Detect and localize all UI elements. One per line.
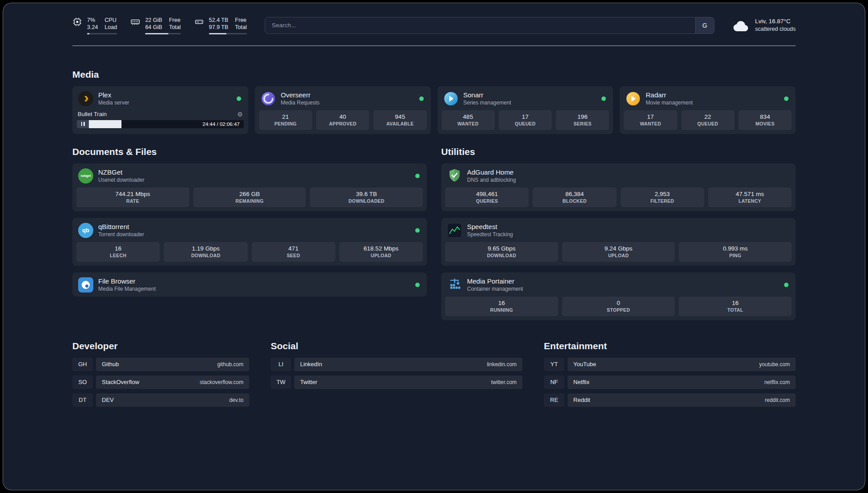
filebrowser-card: File Browser Media File Management	[72, 272, 427, 297]
bookmark-link-stackoverflow[interactable]: StackOverflow stackoverflow.com	[96, 376, 249, 389]
search-provider-button[interactable]: G	[695, 17, 714, 33]
stat-value: 17	[625, 113, 676, 120]
disk-total-label: Total	[235, 24, 246, 31]
bookmark-abbr: GH	[72, 358, 93, 371]
portainer-header[interactable]: Media Portainer Container management	[441, 272, 796, 297]
stat-value: 21	[260, 113, 311, 120]
stat-value: 9.65 Gbps	[446, 245, 557, 252]
bookmark-abbr: DT	[72, 393, 93, 407]
stat-tile: 834MOVIES	[739, 110, 792, 130]
bookmark-abbr: YT	[544, 358, 564, 371]
bookmark-domain: youtube.com	[759, 361, 790, 368]
stat-tile: 16LEECH	[76, 242, 160, 262]
qbittorrent-header[interactable]: qb qBittorrent Torrent downloader	[72, 218, 427, 242]
stat-label: FILTERED	[622, 198, 703, 204]
bookmark-domain: twitter.com	[491, 379, 517, 385]
bookmark-link-twitter[interactable]: Twitter twitter.com	[294, 376, 522, 389]
stat-value: 0.993 ms	[680, 245, 791, 252]
overseerr-icon	[261, 91, 276, 106]
status-dot	[415, 174, 420, 178]
stat-value: 47.571 ms	[709, 191, 791, 197]
stat-label: UPLOAD	[340, 253, 422, 258]
stat-tile: 618.52 MbpsUPLOAD	[339, 242, 423, 262]
filebrowser-header[interactable]: File Browser Media File Management	[72, 272, 427, 297]
service-name: NZBGet	[98, 168, 410, 176]
radarr-icon	[626, 91, 641, 106]
stat-value: 196	[557, 113, 608, 120]
bookmark-row: LI LinkedIn linkedin.com	[271, 358, 522, 371]
bookmark-domain: dev.to	[229, 397, 243, 403]
bookmark-link-linkedin[interactable]: LinkedIn linkedin.com	[294, 358, 522, 371]
overseerr-header[interactable]: Overseerr Media Requests	[255, 86, 431, 110]
disk-free-label: Free	[235, 17, 246, 24]
status-dot	[784, 96, 789, 101]
stat-tile: 9.24 GbpsUPLOAD	[562, 242, 675, 262]
sonarr-header[interactable]: Sonarr Series management	[438, 86, 613, 110]
bookmark-domain: stackoverflow.com	[200, 379, 243, 385]
adguard-card: AdGuard Home DNS and adblocking 498,461Q…	[441, 163, 796, 211]
stat-value: 834	[739, 113, 791, 120]
bookmark-abbr: LI	[271, 358, 291, 371]
stat-label: WANTED	[442, 121, 494, 126]
disk-total-value: 97.9 TB	[209, 24, 229, 31]
gear-icon[interactable]: ⚙	[237, 111, 243, 118]
disk-icon	[194, 17, 204, 27]
cpu-stats: 7% CPU 3.24 Load	[87, 17, 117, 34]
entertainment-heading: Entertainment	[544, 341, 796, 351]
bookmark-name: Netflix	[573, 379, 589, 385]
bookmark-name: LinkedIn	[300, 361, 322, 368]
playback-progress-fill	[89, 120, 121, 128]
playback-progress-bar[interactable]: 24:44 / 02:06:47	[77, 120, 244, 128]
stat-value: 86,384	[534, 191, 615, 197]
stat-tile: 266 GBREMAINING	[193, 188, 306, 207]
section-entertainment: Entertainment YT YouTube youtube.com NF …	[544, 341, 796, 411]
stat-label: QUEUED	[682, 121, 734, 126]
bookmark-link-youtube[interactable]: YouTube youtube.com	[568, 358, 796, 371]
disk-progress-bar	[209, 33, 247, 34]
cpu-progress-bar	[87, 33, 117, 34]
stat-label: DOWNLOAD	[446, 253, 557, 258]
speedtest-header[interactable]: Speedtest Speedtest Tracking	[441, 218, 796, 242]
radarr-header[interactable]: Radarr Movie management	[620, 86, 796, 110]
bookmark-link-github[interactable]: Github github.com	[96, 358, 249, 371]
memory-free-value: 22 GiB	[145, 17, 162, 24]
plex-icon	[78, 91, 93, 106]
status-dot	[784, 283, 789, 287]
stat-label: DOWNLOAD	[165, 253, 246, 258]
pause-button[interactable]	[77, 120, 89, 128]
memory-free-label: Free	[169, 17, 180, 24]
search-input[interactable]	[265, 17, 714, 34]
stat-label: UPLOAD	[563, 253, 674, 258]
stat-label: LATENCY	[709, 198, 791, 204]
bookmark-name: Github	[102, 361, 119, 368]
adguard-header[interactable]: AdGuard Home DNS and adblocking	[441, 163, 796, 188]
weather-widget: Lviv, 16.87°C scattered clouds	[732, 17, 796, 33]
bookmark-link-netflix[interactable]: Netflix netflix.com	[568, 376, 796, 389]
bookmark-row: SO StackOverflow stackoverflow.com	[72, 376, 249, 389]
qbittorrent-icon-label: qb	[82, 227, 89, 234]
section-social: Social LI LinkedIn linkedin.com TW Twitt…	[271, 341, 522, 411]
stat-label: MOVIES	[739, 121, 791, 126]
service-name: Media Portainer	[467, 277, 779, 285]
playback-time: 24:44 / 02:06:47	[203, 121, 240, 127]
portainer-card: Media Portainer Container management 16R…	[441, 272, 796, 320]
nzbget-header[interactable]: nzbget NZBGet Usenet downloader	[72, 163, 427, 188]
bookmark-link-dev[interactable]: DEV dev.to	[96, 393, 249, 407]
stat-value: 16	[446, 300, 557, 306]
stat-value: 618.52 Mbps	[340, 245, 422, 252]
bookmark-link-reddit[interactable]: Reddit reddit.com	[568, 393, 796, 407]
stat-label: PENDING	[260, 121, 311, 126]
stat-tile: 2,953FILTERED	[621, 188, 704, 207]
stat-tile: 9.65 GbpsDOWNLOAD	[445, 242, 558, 262]
disk-free-value: 52.4 TB	[209, 17, 229, 24]
bookmark-row: GH Github github.com	[72, 358, 249, 371]
plex-header[interactable]: Plex Media server	[72, 86, 248, 110]
stat-value: 22	[682, 113, 734, 120]
topbar-divider	[72, 46, 796, 46]
now-playing-title: Bullet Train	[78, 111, 107, 117]
stat-tile: 16TOTAL	[679, 297, 792, 316]
bookmark-row: RE Reddit reddit.com	[544, 393, 796, 407]
service-description: Media server	[98, 100, 232, 106]
cpu-usage-label: CPU	[104, 17, 117, 24]
service-description: Container management	[467, 286, 779, 292]
